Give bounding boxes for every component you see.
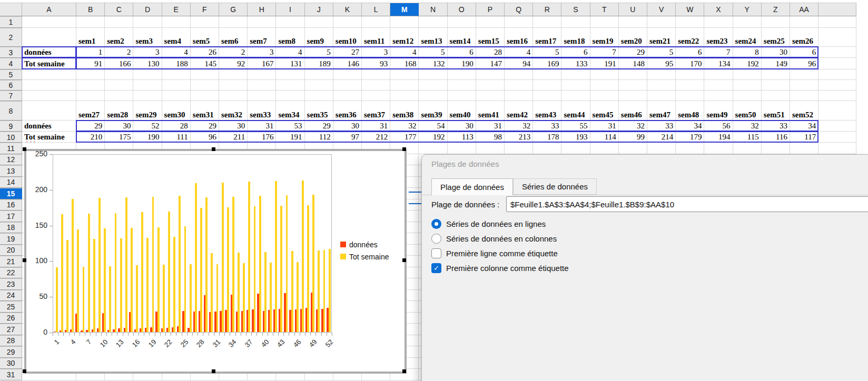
cell[interactable] bbox=[133, 69, 162, 80]
cell[interactable]: 210 bbox=[76, 132, 105, 143]
cell[interactable] bbox=[419, 91, 447, 101]
row-header[interactable]: 11 bbox=[0, 143, 22, 154]
cell[interactable]: 114 bbox=[590, 132, 619, 143]
cell[interactable] bbox=[133, 91, 162, 101]
cell[interactable] bbox=[704, 91, 733, 101]
cell[interactable] bbox=[818, 28, 856, 47]
cell[interactable]: 147 bbox=[476, 58, 505, 69]
cell[interactable] bbox=[790, 80, 818, 91]
row-header[interactable]: 9 bbox=[0, 121, 22, 132]
cell[interactable]: 177 bbox=[390, 132, 419, 143]
cell[interactable] bbox=[448, 143, 476, 154]
tab-data-range[interactable]: Plage de données bbox=[431, 178, 513, 195]
cell[interactable]: sem46 bbox=[619, 101, 647, 121]
cell[interactable] bbox=[419, 69, 447, 80]
cell[interactable]: 148 bbox=[619, 58, 647, 69]
cell[interactable]: 6 bbox=[676, 47, 704, 58]
cell[interactable]: 133 bbox=[561, 58, 590, 69]
cell[interactable]: sem47 bbox=[647, 101, 676, 121]
cell[interactable]: 192 bbox=[733, 58, 762, 69]
cell[interactable]: 34 bbox=[790, 121, 818, 132]
cell[interactable] bbox=[647, 69, 676, 80]
radio-series-in-rows-checked-icon[interactable] bbox=[431, 219, 441, 229]
cell[interactable] bbox=[390, 69, 419, 80]
cell[interactable]: sem10 bbox=[333, 28, 362, 47]
column-header[interactable]: E bbox=[162, 3, 191, 16]
cell[interactable] bbox=[105, 91, 133, 101]
cell[interactable]: 112 bbox=[305, 132, 333, 143]
cell[interactable] bbox=[76, 69, 105, 80]
cell[interactable] bbox=[419, 16, 447, 28]
row-header[interactable]: 16 bbox=[0, 199, 22, 211]
cell[interactable]: 3 bbox=[248, 47, 276, 58]
cell[interactable] bbox=[590, 69, 619, 80]
cell[interactable]: sem28 bbox=[105, 101, 133, 121]
cell[interactable]: 211 bbox=[219, 132, 248, 143]
cell[interactable] bbox=[733, 69, 762, 80]
cell[interactable]: 30 bbox=[448, 121, 476, 132]
cell[interactable] bbox=[505, 16, 533, 28]
cell[interactable] bbox=[448, 16, 476, 28]
cell[interactable] bbox=[248, 91, 276, 101]
cell[interactable] bbox=[818, 16, 856, 28]
cell[interactable]: sem8 bbox=[276, 28, 304, 47]
cell[interactable]: 30 bbox=[219, 121, 248, 132]
cell[interactable]: 5 bbox=[533, 47, 561, 58]
cell[interactable]: 115 bbox=[733, 132, 762, 143]
cell[interactable] bbox=[333, 69, 362, 80]
cell[interactable] bbox=[333, 91, 362, 101]
cell[interactable]: 56 bbox=[704, 121, 733, 132]
cell[interactable] bbox=[22, 101, 76, 121]
cell[interactable]: 27 bbox=[333, 47, 362, 58]
cell[interactable] bbox=[22, 28, 76, 47]
cell[interactable]: 176 bbox=[248, 132, 276, 143]
cell[interactable] bbox=[818, 69, 856, 80]
cell[interactable] bbox=[647, 80, 676, 91]
row-header[interactable]: 15 bbox=[0, 188, 22, 199]
cell[interactable] bbox=[76, 16, 105, 28]
row-header[interactable]: 2 bbox=[0, 28, 22, 47]
cell[interactable] bbox=[133, 80, 162, 91]
cell[interactable] bbox=[133, 16, 162, 28]
row-header[interactable]: 17 bbox=[0, 210, 22, 222]
cell[interactable] bbox=[790, 69, 818, 80]
cell[interactable] bbox=[22, 69, 76, 80]
cell[interactable] bbox=[476, 16, 505, 28]
cell[interactable] bbox=[476, 80, 505, 91]
cell[interactable]: sem11 bbox=[362, 28, 390, 47]
cell[interactable]: 6 bbox=[448, 47, 476, 58]
cell[interactable] bbox=[762, 69, 790, 80]
cell[interactable]: sem16 bbox=[505, 28, 533, 47]
cell[interactable]: 28 bbox=[476, 47, 505, 58]
cell[interactable]: sem29 bbox=[133, 101, 162, 121]
cell[interactable]: sem21 bbox=[647, 28, 676, 47]
cell[interactable] bbox=[162, 69, 191, 80]
cell[interactable]: 33 bbox=[647, 121, 676, 132]
cell[interactable] bbox=[448, 80, 476, 91]
cell[interactable]: 55 bbox=[561, 121, 590, 132]
selection-handle[interactable] bbox=[402, 369, 406, 373]
cell[interactable]: sem5 bbox=[191, 28, 219, 47]
cell[interactable]: sem41 bbox=[476, 101, 505, 121]
cell[interactable] bbox=[362, 80, 390, 91]
cell[interactable] bbox=[248, 69, 276, 80]
cell[interactable] bbox=[733, 143, 762, 154]
cell[interactable]: 170 bbox=[676, 58, 704, 69]
cell[interactable]: sem7 bbox=[248, 28, 276, 47]
cell[interactable]: sem17 bbox=[533, 28, 561, 47]
cell[interactable] bbox=[191, 91, 219, 101]
cell[interactable]: 190 bbox=[133, 132, 162, 143]
selection-handle[interactable] bbox=[23, 147, 26, 151]
cell[interactable]: sem26 bbox=[790, 28, 818, 47]
column-header[interactable]: X bbox=[704, 3, 733, 16]
cell[interactable] bbox=[191, 80, 219, 91]
cell[interactable]: sem13 bbox=[419, 28, 447, 47]
row-header[interactable]: 5 bbox=[0, 69, 22, 80]
cell[interactable]: sem33 bbox=[248, 101, 276, 121]
row-header[interactable]: 25 bbox=[0, 301, 22, 313]
cell[interactable] bbox=[305, 16, 333, 28]
cell[interactable] bbox=[105, 16, 133, 28]
cell[interactable] bbox=[704, 80, 733, 91]
cell[interactable] bbox=[818, 58, 856, 69]
column-header[interactable]: B bbox=[76, 3, 105, 16]
